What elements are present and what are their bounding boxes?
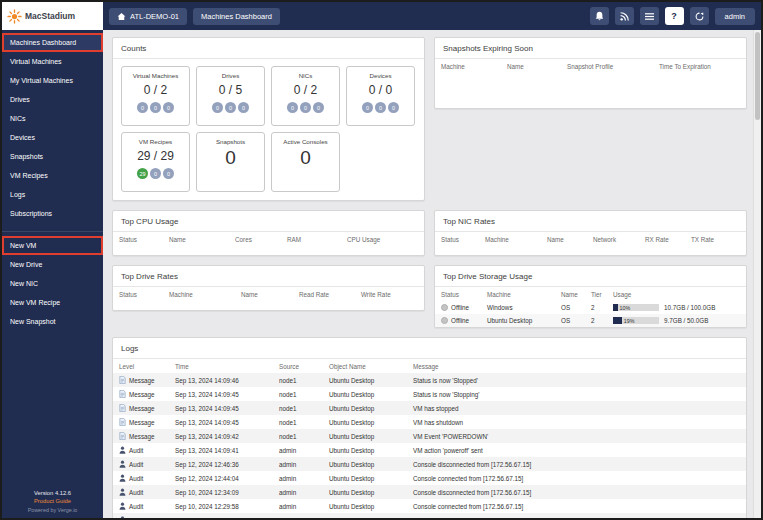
table-row[interactable]: AuditSep 13, 2024 14:09:41adminUbuntu De… [113, 443, 746, 457]
count-card-drives[interactable]: Drives0 / 5000 [196, 66, 265, 126]
sidebar-item-machines-dashboard[interactable]: Machines Dashboard [2, 33, 103, 52]
usage-cell: 10%10.7GB / 100.0GB [613, 304, 740, 311]
usage-fill [613, 304, 618, 311]
table-row[interactable]: OfflineWindowsOS210%10.7GB / 100.0GB [435, 301, 746, 314]
topbar-icon-buttons: ? [584, 7, 709, 25]
audit-icon [119, 516, 126, 519]
panel-top-drive-storage-usage: Top Drive Storage Usage StatusMachineNam… [434, 265, 747, 328]
usage-percent: 19% [624, 318, 635, 325]
count-card-value: 0 / 0 [369, 83, 392, 97]
list-icon [645, 12, 654, 21]
scrollbar[interactable] [753, 30, 761, 518]
sidebar-action-items: New VMNew DriveNew NICNew VM RecipeNew S… [2, 231, 103, 331]
refresh-icon [695, 12, 704, 21]
sidebar-item-new-nic[interactable]: New NIC [2, 274, 103, 293]
panel-counts: Counts Virtual Machines0 / 2000Drives0 /… [112, 37, 425, 201]
scrollbar-thumb[interactable] [755, 32, 760, 120]
count-cards: Virtual Machines0 / 2000Drives0 / 5000NI… [113, 59, 424, 200]
count-card-badges: 2900 [137, 168, 174, 179]
count-card-vm-recipes[interactable]: VM Recipes29 / 292900 [121, 132, 190, 192]
sidebar-item-nics[interactable]: NICs [2, 109, 103, 128]
sidebar-item-my-virtual-machines[interactable]: My Virtual Machines [2, 71, 103, 90]
machines-dashboard-button[interactable]: Machines Dashboard [193, 8, 280, 25]
help-button[interactable]: ? [665, 7, 684, 25]
count-card-value: 0 / 5 [219, 83, 242, 97]
table-row[interactable]: OfflineUbuntu DesktopOS219%9.7GB / 50.0G… [435, 314, 746, 327]
count-badge: 0 [225, 102, 236, 113]
table-row[interactable]: AuditSep 10, 2024 12:34:09adminUbuntu De… [113, 485, 746, 499]
count-card-devices[interactable]: Devices0 / 0000 [346, 66, 415, 126]
rss-button[interactable] [615, 7, 634, 25]
table-row[interactable]: MessageSep 13, 2024 14:09:46node1Ubuntu … [113, 373, 746, 387]
refresh-button[interactable] [690, 7, 709, 25]
column-header-network: Network [587, 232, 639, 246]
count-card-label: Drives [222, 72, 240, 79]
table-row[interactable]: AuditSep 10, 2024 12:29:58adminUbuntu De… [113, 499, 746, 513]
count-badge: 0 [163, 102, 174, 113]
sidebar-item-vm-recipes[interactable]: VM Recipes [2, 166, 103, 185]
column-header-read-rate: Read Rate [293, 287, 355, 301]
column-header-machine: Machine [479, 232, 541, 246]
count-badge: 0 [150, 168, 161, 179]
sidebar-item-subscriptions[interactable]: Subscriptions [2, 204, 103, 223]
table-header: StatusMachineNameRead RateWrite Rate [113, 287, 424, 301]
sidebar-item-drives[interactable]: Drives [2, 90, 103, 109]
sidebar: Machines DashboardVirtual MachinesMy Vir… [2, 30, 103, 518]
sidebar-item-new-snapshot[interactable]: New Snapshot [2, 312, 103, 331]
count-card-badges: 000 [287, 102, 324, 113]
log-level-cell: Message [119, 418, 155, 427]
table-row[interactable]: MessageSep 13, 2024 14:09:45node1Ubuntu … [113, 387, 746, 401]
usage-text: 9.7GB / 50.0GB [664, 317, 708, 324]
column-header-source: Source [273, 359, 323, 373]
audit-icon [119, 474, 126, 483]
sidebar-item-snapshots[interactable]: Snapshots [2, 147, 103, 166]
count-card-nics[interactable]: NICs0 / 2000 [271, 66, 340, 126]
sidebar-item-logs[interactable]: Logs [2, 185, 103, 204]
list-button[interactable] [640, 7, 659, 25]
column-header-rx-rate: RX Rate [639, 232, 685, 246]
table-row[interactable]: AuditSep 12, 2024 12:46:36adminUbuntu De… [113, 457, 746, 471]
count-card-label: Devices [369, 72, 391, 79]
panel-top-cpu-usage: Top CPU Usage StatusNameCoresRAMCPU Usag… [112, 210, 425, 256]
table-row[interactable]: MessageSep 13, 2024 14:09:45node1Ubuntu … [113, 401, 746, 415]
table-row[interactable]: AuditSep 12, 2024 12:44:04adminUbuntu De… [113, 471, 746, 485]
message-icon [119, 404, 126, 413]
panel-title-top-drive-storage-usage: Top Drive Storage Usage [435, 266, 746, 287]
rss-icon [620, 12, 629, 21]
column-header-machine: Machine [163, 287, 235, 301]
count-card-virtual-machines[interactable]: Virtual Machines0 / 2000 [121, 66, 190, 126]
table-row[interactable]: MessageSep 13, 2024 14:09:42node1Ubuntu … [113, 429, 746, 443]
panel-top-drive-rates: Top Drive Rates StatusMachineNameRead Ra… [112, 265, 425, 311]
product-guide-link[interactable]: Product Guide [2, 497, 103, 506]
column-header-time: Time [169, 359, 273, 373]
usage-text: 10.7GB / 100.0GB [664, 304, 715, 311]
bell-button[interactable] [590, 7, 609, 25]
column-header-tx-rate: TX Rate [685, 232, 746, 246]
sidebar-item-devices[interactable]: Devices [2, 128, 103, 147]
sidebar-item-new-vm[interactable]: New VM [2, 236, 103, 255]
count-card-label: Active Consoles [283, 138, 327, 145]
table-row[interactable]: MessageSep 13, 2024 14:09:45node1Ubuntu … [113, 415, 746, 429]
count-badge: 0 [388, 102, 399, 113]
column-header-name: Name [235, 287, 293, 301]
column-header-time-to-expiration: Time To Expiration [653, 59, 746, 73]
table-header: StatusMachineNameTierUsage [435, 287, 746, 301]
system-button[interactable]: ATL-DEMO-01 [109, 8, 187, 25]
offline-status-icon [441, 304, 448, 311]
dashboard-grid: Counts Virtual Machines0 / 2000Drives0 /… [112, 37, 747, 518]
panel-logs: Logs LevelTimeSourceObject NameMessageMe… [112, 337, 747, 518]
panel-title-counts: Counts [113, 38, 424, 59]
sidebar-item-new-vm-recipe[interactable]: New VM Recipe [2, 293, 103, 312]
admin-button[interactable]: admin [715, 8, 755, 25]
brand-logo[interactable]: MacStadium [2, 2, 103, 30]
admin-button-label: admin [725, 12, 745, 21]
table-row[interactable]: AuditSep 10, 2024 12:29:21adminUbuntu De… [113, 513, 746, 518]
sidebar-item-virtual-machines[interactable]: Virtual Machines [2, 52, 103, 71]
column-header-usage: Usage [607, 287, 746, 301]
column-header-ram: RAM [281, 232, 341, 246]
count-card-snapshots[interactable]: Snapshots0 [196, 132, 265, 192]
count-card-active-consoles[interactable]: Active Consoles0 [271, 132, 340, 192]
top-nic-rates-table: StatusMachineNameNetworkRX RateTX Rate [435, 232, 746, 246]
panel-snapshots-expiring-soon: Snapshots Expiring Soon MachineNameSnaps… [434, 37, 747, 109]
sidebar-item-new-drive[interactable]: New Drive [2, 255, 103, 274]
